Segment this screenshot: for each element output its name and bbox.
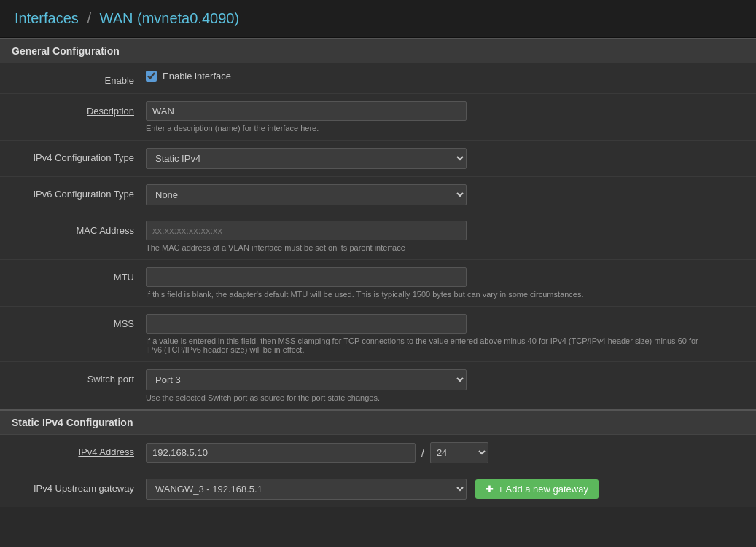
ipv4-address-content: / 8 16 24 25 26 27 28 29 30 31 32 (146, 442, 756, 463)
description-hint: Enter a description (name) for the inter… (146, 124, 714, 133)
ipv4-address-label[interactable]: IPv4 Address (0, 442, 146, 457)
description-content: Enter a description (name) for the inter… (146, 101, 756, 133)
mac-address-label: MAC Address (0, 221, 146, 236)
enable-checkbox[interactable] (146, 71, 157, 82)
mtu-row: MTU If this field is blank, the adapter'… (0, 260, 756, 307)
breadcrumb-separator: / (87, 10, 91, 26)
mac-address-row: MAC Address The MAC address of a VLAN in… (0, 213, 756, 260)
switch-port-row: Switch port Port 1 Port 2 Port 3 Port 4 … (0, 362, 756, 409)
add-gateway-icon: ✚ (486, 484, 494, 495)
mss-content: If a value is entered in this field, the… (146, 314, 756, 354)
mtu-content: If this field is blank, the adapter's de… (146, 267, 756, 299)
page-header: Interfaces / WAN (mvneta0.4090) (0, 0, 756, 38)
mss-label: MSS (0, 314, 146, 329)
mac-address-content: The MAC address of a VLAN interface must… (146, 221, 756, 252)
mac-address-input[interactable] (146, 221, 467, 240)
description-input[interactable] (146, 101, 467, 121)
ipv4-address-row: IPv4 Address / 8 16 24 25 26 27 28 29 30 (0, 435, 756, 471)
mtu-input[interactable] (146, 267, 467, 287)
ipv4-address-input[interactable] (146, 443, 416, 463)
general-config-title: General Configuration (0, 38, 756, 63)
ipv6-config-type-label: IPv6 Configuration Type (0, 184, 146, 200)
mss-hint: If a value is entered in this field, the… (146, 337, 714, 354)
ipv4-config-type-label: IPv4 Configuration Type (0, 148, 146, 163)
upstream-gateway-select[interactable]: WANGW_3 - 192.168.5.1 (146, 479, 467, 500)
ipv6-config-type-row: IPv6 Configuration Type None DHCPv6 SLAA… (0, 177, 756, 213)
upstream-gateway-label: IPv4 Upstream gateway (0, 479, 146, 494)
add-gateway-label: + Add a new gateway (498, 484, 588, 495)
enable-checkbox-label: Enable interface (163, 71, 231, 82)
enable-row: Enable Enable interface (0, 63, 756, 94)
ipv6-config-type-content: None DHCPv6 SLAAC Static IPv6 (146, 184, 756, 205)
breadcrumb-base: Interfaces (15, 10, 79, 26)
enable-content: Enable interface (146, 71, 756, 82)
gateway-row: WANGW_3 - 192.168.5.1 ✚ + Add a new gate… (146, 479, 744, 500)
ipv4-config-type-select[interactable]: Static IPv4 DHCP PPPoE None (146, 148, 467, 169)
mtu-hint: If this field is blank, the adapter's de… (146, 290, 714, 299)
breadcrumb-current: WAN (mvneta0.4090) (100, 10, 240, 26)
mac-address-hint: The MAC address of a VLAN interface must… (146, 243, 714, 252)
static-ipv4-section: Static IPv4 Configuration IPv4 Address /… (0, 409, 756, 507)
enable-checkbox-row: Enable interface (146, 71, 744, 82)
ipv4-address-row-inner: / 8 16 24 25 26 27 28 29 30 31 32 (146, 442, 744, 463)
switch-port-hint: Use the selected Switch port as source f… (146, 393, 714, 402)
static-ipv4-title: Static IPv4 Configuration (0, 409, 756, 435)
mss-input[interactable] (146, 314, 467, 334)
ipv4-config-type-row: IPv4 Configuration Type Static IPv4 DHCP… (0, 141, 756, 177)
mtu-label: MTU (0, 267, 146, 283)
switch-port-label: Switch port (0, 369, 146, 385)
description-row: Description Enter a description (name) f… (0, 94, 756, 141)
ipv6-config-type-select[interactable]: None DHCPv6 SLAAC Static IPv6 (146, 184, 467, 205)
ipv4-config-type-content: Static IPv4 DHCP PPPoE None (146, 148, 756, 169)
ipv4-slash: / (421, 447, 424, 459)
mss-row: MSS If a value is entered in this field,… (0, 307, 756, 362)
switch-port-content: Port 1 Port 2 Port 3 Port 4 Use the sele… (146, 369, 756, 402)
switch-port-select[interactable]: Port 1 Port 2 Port 3 Port 4 (146, 369, 467, 390)
add-gateway-button[interactable]: ✚ + Add a new gateway (475, 479, 599, 499)
general-config-section: General Configuration Enable Enable inte… (0, 38, 756, 409)
upstream-gateway-row: IPv4 Upstream gateway WANGW_3 - 192.168.… (0, 471, 756, 507)
cidr-select[interactable]: 8 16 24 25 26 27 28 29 30 31 32 (430, 442, 488, 463)
enable-label: Enable (0, 71, 146, 86)
upstream-gateway-content: WANGW_3 - 192.168.5.1 ✚ + Add a new gate… (146, 479, 756, 500)
description-label[interactable]: Description (0, 101, 146, 117)
